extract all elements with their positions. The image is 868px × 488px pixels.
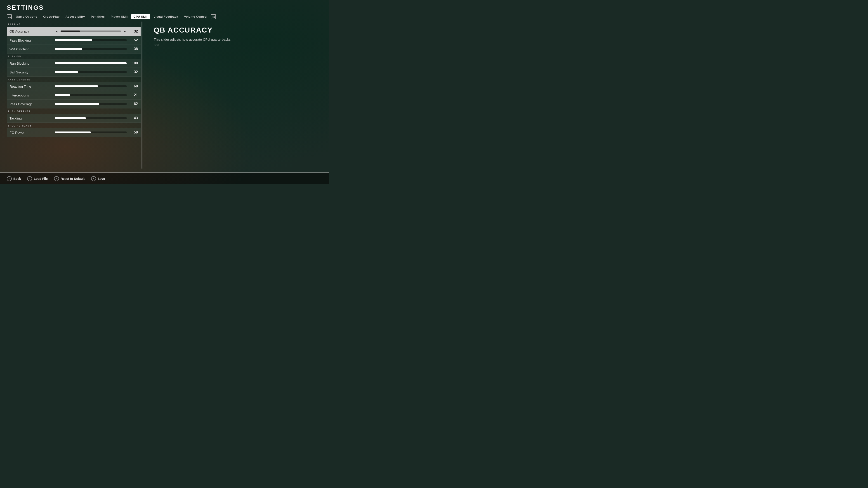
section-label-rushing: RUSHING xyxy=(7,54,141,59)
setting-name-pass-blocking: Pass Blocking xyxy=(9,38,55,42)
setting-row-qb-accuracy[interactable]: QB Accuracy ◂ ▸ 32 xyxy=(7,27,141,36)
tab-penalties[interactable]: Penalties xyxy=(89,14,107,19)
left-shoulder-badge: L1 xyxy=(7,14,12,19)
tab-visual-feedback[interactable]: Visual Feedback xyxy=(151,14,180,19)
tab-cross-play[interactable]: Cross-Play xyxy=(41,14,62,19)
slider-fill-qb-accuracy xyxy=(61,31,80,32)
setting-row-wr-catching[interactable]: WR Catching 38 xyxy=(7,45,141,54)
info-panel: QB ACCURACY This slider adjusts how accu… xyxy=(149,22,322,169)
reset-action[interactable]: △ Reset to Default xyxy=(54,176,85,181)
info-description: This slider adjusts how accurate CPU qua… xyxy=(154,37,233,47)
slider-container-interceptions: 21 xyxy=(55,93,138,97)
setting-value-fg-power: 50 xyxy=(129,130,138,134)
setting-name-tackling: Tackling xyxy=(9,116,55,120)
slider-track-qb-accuracy[interactable] xyxy=(61,31,121,32)
settings-list: PASSING QB Accuracy ◂ ▸ 32 Pass Blocking xyxy=(7,22,141,169)
slider-container-qb-accuracy: ◂ ▸ 32 xyxy=(55,29,138,33)
settings-page: SETTINGS L1 Game Options Cross-Play Acce… xyxy=(0,0,329,184)
footer: ○ Back ○ Load File △ Reset to Default ⚑ … xyxy=(0,173,329,184)
setting-row-interceptions[interactable]: Interceptions 21 xyxy=(7,91,141,100)
section-label-special-teams: SPECIAL TEAMS xyxy=(7,123,141,128)
setting-row-ball-security[interactable]: Ball Security 32 xyxy=(7,68,141,76)
settings-panel: PASSING QB Accuracy ◂ ▸ 32 Pass Blocking xyxy=(7,22,143,169)
load-file-label: Load File xyxy=(34,177,48,181)
setting-row-pass-blocking[interactable]: Pass Blocking 52 xyxy=(7,36,141,45)
reset-label: Reset to Default xyxy=(61,177,85,181)
slider-fill-ball-security xyxy=(55,71,78,73)
tab-accessibility[interactable]: Accessibility xyxy=(63,14,87,19)
slider-track-run-blocking[interactable] xyxy=(55,62,127,64)
header: SETTINGS xyxy=(0,0,329,13)
setting-row-tackling[interactable]: Tackling 43 xyxy=(7,114,141,123)
save-action[interactable]: ⚑ Save xyxy=(91,176,105,181)
right-shoulder-badge: R1 xyxy=(211,14,216,19)
back-label: Back xyxy=(13,177,21,181)
page-title: SETTINGS xyxy=(7,4,322,11)
tab-cpu-skill[interactable]: CPU Skill xyxy=(131,14,150,19)
setting-value-interceptions: 21 xyxy=(129,93,138,97)
load-file-action[interactable]: ○ Load File xyxy=(27,176,48,181)
slider-fill-pass-blocking xyxy=(55,39,92,41)
setting-name-qb-accuracy: QB Accuracy xyxy=(9,29,55,33)
setting-value-run-blocking: 100 xyxy=(129,61,138,65)
info-title: QB ACCURACY xyxy=(154,26,318,34)
slider-container-ball-security: 32 xyxy=(55,70,138,74)
slider-fill-reaction-time xyxy=(55,86,98,87)
slider-track-ball-security[interactable] xyxy=(55,71,127,73)
setting-value-tackling: 43 xyxy=(129,116,138,120)
slider-fill-fg-power xyxy=(55,131,91,133)
slider-container-pass-coverage: 62 xyxy=(55,102,138,106)
slider-fill-pass-coverage xyxy=(55,103,99,105)
slider-container-pass-blocking: 52 xyxy=(55,38,138,42)
save-icon: ⚑ xyxy=(91,176,96,181)
setting-row-reaction-time[interactable]: Reaction Time 60 xyxy=(7,82,141,91)
setting-value-pass-coverage: 62 xyxy=(129,102,138,106)
slider-fill-run-blocking xyxy=(55,62,127,64)
setting-name-run-blocking: Run Blocking xyxy=(9,61,55,65)
section-label-rush-defense: RUSH DEFENSE xyxy=(7,108,141,114)
arrow-right-qb-accuracy[interactable]: ▸ xyxy=(123,29,127,33)
setting-name-fg-power: FG Power xyxy=(9,131,55,134)
setting-name-pass-coverage: Pass Coverage xyxy=(9,102,55,106)
setting-row-pass-coverage[interactable]: Pass Coverage 62 xyxy=(7,100,141,108)
slider-track-interceptions[interactable] xyxy=(55,94,127,96)
arrow-left-qb-accuracy[interactable]: ◂ xyxy=(55,29,58,33)
torn-divider xyxy=(0,169,329,173)
tab-game-options[interactable]: Game Options xyxy=(13,14,39,19)
slider-track-pass-coverage[interactable] xyxy=(55,103,127,105)
slider-track-tackling[interactable] xyxy=(55,117,127,119)
slider-fill-tackling xyxy=(55,117,86,119)
setting-row-run-blocking[interactable]: Run Blocking 100 xyxy=(7,59,141,68)
scroll-indicator xyxy=(142,22,143,169)
slider-container-fg-power: 50 xyxy=(55,130,138,134)
slider-track-pass-blocking[interactable] xyxy=(55,39,127,41)
slider-track-fg-power[interactable] xyxy=(55,131,127,133)
setting-value-wr-catching: 38 xyxy=(129,47,138,51)
setting-name-reaction-time: Reaction Time xyxy=(9,85,55,88)
setting-value-pass-blocking: 52 xyxy=(129,38,138,42)
setting-name-ball-security: Ball Security xyxy=(9,70,55,74)
tab-player-skill[interactable]: Player Skill xyxy=(108,14,130,19)
slider-container-tackling: 43 xyxy=(55,116,138,120)
slider-track-reaction-time[interactable] xyxy=(55,86,127,87)
reset-icon: △ xyxy=(54,176,59,181)
setting-value-ball-security: 32 xyxy=(129,70,138,74)
back-action[interactable]: ○ Back xyxy=(7,176,21,181)
setting-name-interceptions: Interceptions xyxy=(9,93,55,97)
setting-name-wr-catching: WR Catching xyxy=(9,47,55,51)
slider-container-wr-catching: 38 xyxy=(55,47,138,51)
settings-wrapper: PASSING QB Accuracy ◂ ▸ 32 Pass Blocking xyxy=(7,22,143,169)
tabs-bar: L1 Game Options Cross-Play Accessibility… xyxy=(0,13,329,22)
slider-track-wr-catching[interactable] xyxy=(55,48,127,50)
back-icon: ○ xyxy=(7,176,12,181)
setting-row-fg-power[interactable]: FG Power 50 xyxy=(7,128,141,137)
tab-volume-control[interactable]: Volume Control xyxy=(182,14,210,19)
setting-value-qb-accuracy: 32 xyxy=(129,29,138,33)
main-content: PASSING QB Accuracy ◂ ▸ 32 Pass Blocking xyxy=(0,22,329,169)
slider-fill-interceptions xyxy=(55,94,70,96)
section-label-passing: PASSING xyxy=(7,22,141,27)
load-file-icon: ○ xyxy=(27,176,32,181)
slider-container-run-blocking: 100 xyxy=(55,61,138,65)
slider-container-reaction-time: 60 xyxy=(55,84,138,88)
setting-value-reaction-time: 60 xyxy=(129,84,138,88)
